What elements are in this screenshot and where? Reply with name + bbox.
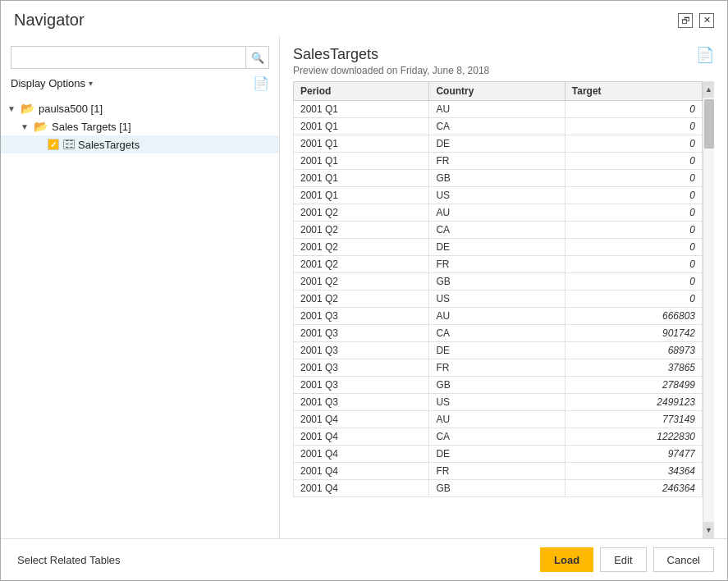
footer: Select Related Tables Load Edit Cancel <box>1 538 727 580</box>
table-cell-10-2: 0 <box>565 273 702 290</box>
tree-item-sales-targets[interactable]: ▼ 📂 Sales Targets [1] <box>1 117 279 135</box>
table-cell-7-2: 0 <box>565 222 702 239</box>
preview-subtitle: Preview downloaded on Friday, June 8, 20… <box>293 65 489 76</box>
tree-arrow-paulsa500: ▼ <box>7 104 21 113</box>
preview-title: SalesTargets <box>293 46 489 63</box>
content-area: 🔍 Display Options ▾ 📄 ▼ 📂 paulsa500 [1 <box>1 36 727 538</box>
table-cell-9-0: 2001 Q2 <box>294 256 429 273</box>
table-cell-7-1: CA <box>429 222 565 239</box>
checkbox-sales-targets-table[interactable]: ✓ <box>47 138 60 151</box>
table-cell-10-1: GB <box>429 273 565 290</box>
table-cell-21-0: 2001 Q4 <box>294 463 429 480</box>
search-button[interactable]: 🔍 <box>246 46 269 69</box>
table-cell-14-2: 68973 <box>565 342 702 359</box>
col-header-period: Period <box>294 82 429 101</box>
table-cell-1-2: 0 <box>565 118 702 135</box>
table-cell-12-2: 666803 <box>565 308 702 325</box>
title-bar: Navigator 🗗 ✕ <box>1 1 727 36</box>
title-bar-controls: 🗗 ✕ <box>678 13 714 28</box>
table-row: 2001 Q3DE68973 <box>294 342 703 359</box>
tree-label-sales-targets: Sales Targets [1] <box>52 121 131 133</box>
table-row: 2001 Q4GB246364 <box>294 480 703 497</box>
close-button[interactable]: ✕ <box>699 13 714 28</box>
search-icon: 🔍 <box>251 52 264 64</box>
restore-button[interactable]: 🗗 <box>678 13 693 28</box>
table-cell-17-2: 2499123 <box>565 394 702 411</box>
select-related-tables-button[interactable]: Select Related Tables <box>14 554 124 566</box>
table-cell-2-0: 2001 Q1 <box>294 135 429 153</box>
tree-arrow-sales-targets-table <box>34 140 47 149</box>
table-cell-5-1: US <box>429 187 565 204</box>
table-cell-5-0: 2001 Q1 <box>294 187 429 204</box>
footer-right: Load Edit Cancel <box>540 547 714 572</box>
tree-item-paulsa500[interactable]: ▼ 📂 paulsa500 [1] <box>1 99 279 117</box>
tree-item-sales-targets-table[interactable]: ✓ ☷ SalesTargets <box>1 135 279 153</box>
preview-icon-button[interactable]: 📄 <box>696 46 714 64</box>
table-cell-22-0: 2001 Q4 <box>294 480 429 497</box>
preview-header-text: SalesTargets Preview downloaded on Frida… <box>293 46 489 76</box>
scroll-up-button[interactable]: ▲ <box>703 81 714 98</box>
scrollbar-thumb[interactable] <box>704 99 714 149</box>
table-cell-16-2: 278499 <box>565 377 702 394</box>
table-cell-13-1: CA <box>429 325 565 342</box>
table-cell-9-1: FR <box>429 256 565 273</box>
table-container: Period Country Target 2001 Q1AU02001 Q1C… <box>280 81 727 538</box>
table-row: 2001 Q1FR0 <box>294 153 703 170</box>
preview-icon: 📄 <box>696 47 714 63</box>
table-cell-11-2: 0 <box>565 290 702 308</box>
data-table: Period Country Target 2001 Q1AU02001 Q1C… <box>293 81 703 497</box>
table-row: 2001 Q2GB0 <box>294 273 703 290</box>
navigator-dialog: Navigator 🗗 ✕ 🔍 Display Options ▾ 📄 <box>0 0 728 581</box>
table-cell-4-0: 2001 Q1 <box>294 170 429 187</box>
table-row: 2001 Q2DE0 <box>294 239 703 256</box>
table-row: 2001 Q4FR34364 <box>294 463 703 480</box>
table-row: 2001 Q3US2499123 <box>294 394 703 411</box>
table-scroll-wrapper[interactable]: Period Country Target 2001 Q1AU02001 Q1C… <box>293 81 703 538</box>
table-row: 2001 Q1DE0 <box>294 135 703 153</box>
load-button[interactable]: Load <box>540 547 593 572</box>
table-cell-11-1: US <box>429 290 565 308</box>
table-cell-2-1: DE <box>429 135 565 153</box>
table-icon-sales-targets: ☷ <box>63 140 75 149</box>
table-header-row: Period Country Target <box>294 82 703 101</box>
table-row: 2001 Q1GB0 <box>294 170 703 187</box>
table-cell-11-0: 2001 Q2 <box>294 290 429 308</box>
display-options-label: Display Options <box>11 77 85 89</box>
display-options-arrow: ▾ <box>89 79 93 88</box>
table-cell-9-2: 0 <box>565 256 702 273</box>
table-cell-14-0: 2001 Q3 <box>294 342 429 359</box>
table-row: 2001 Q3CA901742 <box>294 325 703 342</box>
table-cell-7-0: 2001 Q2 <box>294 222 429 239</box>
table-cell-12-1: AU <box>429 308 565 325</box>
table-row: 2001 Q4AU773149 <box>294 411 703 428</box>
display-options-button[interactable]: Display Options ▾ <box>11 77 93 89</box>
display-mode-icon: 📄 <box>253 75 269 91</box>
table-cell-13-2: 901742 <box>565 325 702 342</box>
cancel-button[interactable]: Cancel <box>653 547 714 572</box>
display-mode-icon-button[interactable]: 📄 <box>253 75 269 91</box>
table-cell-15-0: 2001 Q3 <box>294 359 429 377</box>
table-cell-8-0: 2001 Q2 <box>294 239 429 256</box>
table-row: 2001 Q1CA0 <box>294 118 703 135</box>
search-input[interactable] <box>11 46 246 69</box>
table-row: 2001 Q3AU666803 <box>294 308 703 325</box>
table-cell-13-0: 2001 Q3 <box>294 325 429 342</box>
table-cell-21-1: FR <box>429 463 565 480</box>
table-row: 2001 Q3GB278499 <box>294 377 703 394</box>
table-cell-19-0: 2001 Q4 <box>294 428 429 446</box>
table-cell-0-0: 2001 Q1 <box>294 101 429 118</box>
scroll-down-button[interactable]: ▼ <box>703 522 714 538</box>
table-cell-3-0: 2001 Q1 <box>294 153 429 170</box>
dialog-title: Navigator <box>14 11 85 30</box>
table-cell-10-0: 2001 Q2 <box>294 273 429 290</box>
table-row: 2001 Q2US0 <box>294 290 703 308</box>
scrollbar-track: ▲ ▼ <box>703 81 714 538</box>
edit-button[interactable]: Edit <box>600 547 646 572</box>
table-cell-19-2: 1222830 <box>565 428 702 446</box>
table-cell-6-2: 0 <box>565 204 702 222</box>
table-row: 2001 Q2AU0 <box>294 204 703 222</box>
table-cell-6-1: AU <box>429 204 565 222</box>
tree-label-sales-targets-table: SalesTargets <box>78 139 140 151</box>
table-cell-20-0: 2001 Q4 <box>294 446 429 463</box>
table-row: 2001 Q2FR0 <box>294 256 703 273</box>
